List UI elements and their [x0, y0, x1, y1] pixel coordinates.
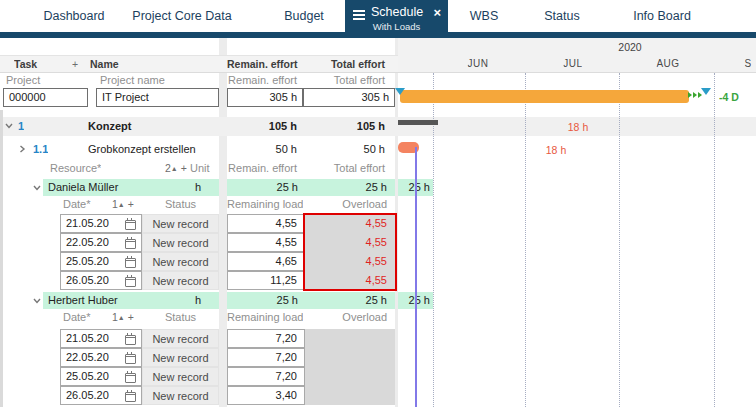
status-cell[interactable]: New record: [142, 233, 219, 252]
timeline-month: AUG: [656, 55, 679, 73]
overload-cell: [305, 367, 395, 386]
remaining-load-column-header: Remaining load: [227, 198, 303, 210]
timeline-year: 2020: [600, 41, 660, 53]
tab-schedule-active[interactable]: Schedule × With Loads: [345, 0, 448, 38]
date-field[interactable]: 21.05.20: [60, 214, 142, 233]
calendar-icon[interactable]: [125, 354, 136, 364]
menu-icon[interactable]: [353, 10, 365, 20]
resource-sort-control[interactable]: 2▲ +: [165, 162, 187, 174]
resource-column-header: Resource*: [50, 162, 101, 174]
task-name[interactable]: Grobkonzept erstellen: [88, 143, 218, 155]
task-total-effort: 50 h: [303, 143, 391, 155]
calendar-icon[interactable]: [125, 373, 136, 383]
remaining-load-field[interactable]: 7,20: [227, 329, 305, 348]
date-value: 25.05.20: [66, 370, 109, 382]
record-sort-control[interactable]: 1▲ +: [112, 198, 134, 210]
remaining-load-field[interactable]: 3,40: [227, 386, 305, 405]
status-cell[interactable]: New record: [142, 348, 219, 367]
date-field[interactable]: 25.05.20: [60, 252, 142, 271]
tab-label: Schedule: [371, 5, 423, 19]
subheader-remain-effort: Remain. effort: [227, 73, 303, 87]
calendar-icon[interactable]: [125, 258, 136, 268]
tab-dashboard[interactable]: Dashboard: [43, 0, 104, 32]
task-name[interactable]: Konzept: [88, 120, 208, 132]
date-field[interactable]: 22.05.20: [60, 348, 142, 367]
sort-asc-icon: ▲: [118, 201, 125, 208]
record-header-row: Date* 1▲ + Status Remaining load Overloa…: [0, 198, 756, 213]
tab-budget[interactable]: Budget: [284, 0, 324, 32]
overload-column-header: Overload: [305, 198, 393, 210]
task-wbs: 1: [18, 120, 24, 132]
project-remain-effort-field[interactable]: 305 h: [227, 88, 303, 107]
remaining-load-field[interactable]: 4,65: [227, 252, 305, 271]
resource-name-cell[interactable]: Herbert Huberh: [43, 292, 219, 309]
add-resource-button[interactable]: +: [181, 162, 187, 174]
add-column-button[interactable]: +: [72, 55, 86, 73]
tab-wbs[interactable]: WBS: [470, 0, 498, 32]
status-cell[interactable]: New record: [142, 329, 219, 348]
resource-total-effort: 25 h: [305, 179, 395, 196]
remaining-load-field[interactable]: 7,20: [227, 367, 305, 386]
calendar-icon[interactable]: [125, 277, 136, 287]
overload-cell: [305, 348, 395, 367]
remaining-load-field[interactable]: 4,55: [227, 214, 305, 233]
tab-info-board[interactable]: Info Board: [633, 0, 691, 32]
timeline-month: JUL: [563, 55, 582, 73]
date-column-header: Date*: [63, 311, 91, 323]
remaining-load-field[interactable]: 7,20: [227, 348, 305, 367]
remaining-load-field[interactable]: 11,25: [227, 271, 305, 290]
chevron-down-icon[interactable]: [32, 296, 42, 306]
load-record-row: 21.05.20 New record 7,20: [0, 329, 756, 348]
month-gridline: [619, 73, 620, 407]
date-field[interactable]: 25.05.20: [60, 367, 142, 386]
status-column-header: Status: [142, 311, 219, 323]
resource-row: Daniela Müllerh 25 h 25 h 25 h: [0, 179, 756, 196]
date-field[interactable]: 21.05.20: [60, 329, 142, 348]
bar-start-marker-icon[interactable]: [395, 88, 405, 95]
date-column-header: Date*: [63, 198, 91, 210]
column-header-total-effort: Total effort: [303, 55, 391, 73]
schedule-grid: 2020 JUN JUL AUG S Task + Name Remain. e…: [0, 38, 756, 407]
task-overload-label: 18 h: [538, 144, 574, 156]
status-cell[interactable]: New record: [142, 271, 219, 290]
date-field[interactable]: 26.05.20: [60, 271, 142, 290]
status-cell[interactable]: New record: [142, 252, 219, 271]
date-field[interactable]: 22.05.20: [60, 233, 142, 252]
record-sort-control[interactable]: 1▲ +: [112, 311, 134, 323]
tab-status[interactable]: Status: [544, 0, 579, 32]
status-cell[interactable]: New record: [142, 386, 219, 405]
date-field[interactable]: 26.05.20: [60, 386, 142, 405]
summary-gantt-bar[interactable]: [398, 120, 438, 125]
calendar-icon[interactable]: [125, 335, 136, 345]
remaining-load-field[interactable]: 4,55: [227, 233, 305, 252]
close-icon[interactable]: ×: [433, 5, 441, 20]
chevron-right-icon[interactable]: [17, 144, 27, 154]
add-record-button[interactable]: +: [128, 311, 134, 323]
month-gridline: [525, 73, 526, 407]
tab-label: Status: [544, 9, 579, 23]
sort-asc-icon: ▲: [171, 165, 178, 172]
calendar-icon[interactable]: [125, 220, 136, 230]
project-name-field[interactable]: IT Project: [96, 88, 219, 107]
resource-unit: h: [195, 181, 201, 193]
status-cell[interactable]: New record: [142, 367, 219, 386]
schedule-with-loads-app: Dashboard Project Core Data Budget WBS S…: [0, 0, 756, 407]
date-value: 21.05.20: [66, 332, 109, 344]
chevron-down-icon[interactable]: [32, 183, 42, 193]
add-record-button[interactable]: +: [128, 198, 134, 210]
calendar-icon[interactable]: [125, 392, 136, 402]
sort-asc-icon: ▲: [118, 314, 125, 321]
project-total-effort-field[interactable]: 305 h: [303, 88, 395, 107]
calendar-icon[interactable]: [125, 239, 136, 249]
resource-unit: h: [195, 294, 201, 306]
status-cell[interactable]: New record: [142, 214, 219, 233]
date-value: 25.05.20: [66, 255, 109, 267]
date-value: 22.05.20: [66, 236, 109, 248]
tab-project-core-data[interactable]: Project Core Data: [132, 0, 231, 32]
tab-label: Info Board: [633, 9, 691, 23]
project-gantt-bar[interactable]: [400, 90, 689, 103]
bar-end-marker-icon[interactable]: [701, 88, 711, 95]
project-id-field[interactable]: 000000: [3, 88, 88, 107]
chevron-down-icon[interactable]: [4, 121, 14, 131]
resource-name-cell[interactable]: Daniela Müllerh: [43, 179, 219, 196]
